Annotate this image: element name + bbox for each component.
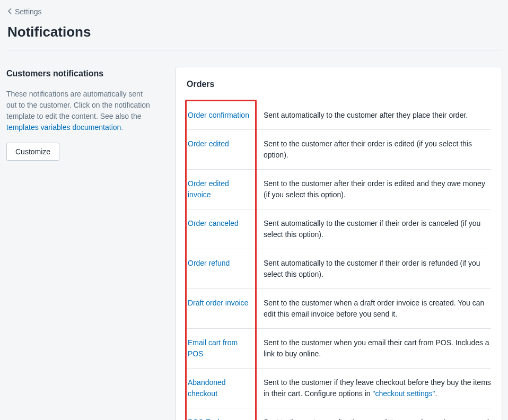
page-title: Notifications	[6, 22, 502, 42]
notification-description: Sent to the customer when a draft order …	[257, 298, 491, 320]
notification-row: POS Exchange ReceiptSent to the customer…	[187, 408, 491, 420]
notification-description: Sent to the customer if they leave check…	[257, 377, 491, 399]
notification-row: Order canceledSent automatically to the …	[187, 209, 491, 249]
notification-row: Abandoned checkoutSent to the customer i…	[187, 368, 491, 408]
card-heading: Orders	[187, 78, 491, 91]
notification-link[interactable]: Email cart from POS	[187, 337, 257, 360]
sidebar-desc-post: .	[121, 123, 123, 132]
notification-link[interactable]: Abandoned checkout	[187, 377, 257, 399]
notification-description: Sent to the customer after they complete…	[257, 417, 491, 420]
notification-description: Sent to the customer after their order i…	[257, 178, 491, 200]
notification-link[interactable]: Draft order invoice	[187, 298, 257, 309]
notification-row: Order confirmationSent automatically to …	[187, 101, 491, 129]
sidebar-desc-text: These notifications are automatically se…	[6, 90, 150, 120]
notification-row: Email cart from POSSent to the customer …	[187, 328, 491, 368]
customize-button[interactable]: Customize	[6, 143, 59, 161]
notification-row: Draft order invoiceSent to the customer …	[187, 288, 491, 328]
divider	[6, 50, 502, 50]
notification-description: Sent automatically to the customer after…	[257, 110, 491, 121]
notification-link[interactable]: POS Exchange Receipt	[187, 417, 257, 420]
notification-link[interactable]: Order edited invoice	[187, 178, 257, 200]
chevron-left-icon	[7, 6, 15, 18]
notification-description: Sent to the customer after their order i…	[257, 138, 491, 161]
notification-row: Order editedSent to the customer after t…	[187, 129, 491, 169]
notification-link[interactable]: Order confirmation	[187, 110, 257, 121]
notification-description: Sent automatically to the customer if th…	[257, 218, 491, 240]
notification-link[interactable]: Order canceled	[187, 218, 257, 229]
sidebar: Customers notifications These notificati…	[6, 67, 165, 161]
checkout-settings-link[interactable]: "checkout settings"	[372, 389, 435, 398]
notification-description: Sent automatically to the customer if th…	[257, 258, 491, 280]
notification-link[interactable]: Order refund	[187, 258, 257, 269]
notification-row: Order edited invoiceSent to the customer…	[187, 169, 491, 209]
breadcrumb-back[interactable]: Settings	[6, 6, 42, 18]
breadcrumb-label: Settings	[15, 6, 42, 18]
notification-desc-post: .	[435, 389, 437, 398]
notification-description: Sent to the customer when you email thei…	[257, 337, 491, 360]
sidebar-heading: Customers notifications	[6, 67, 155, 80]
sidebar-description: These notifications are automatically se…	[6, 89, 155, 133]
orders-card: Orders Order confirmationSent automatica…	[176, 67, 502, 420]
templates-variables-link[interactable]: templates variables documentation	[6, 123, 121, 132]
notification-row: Order refundSent automatically to the cu…	[187, 249, 491, 288]
notification-link[interactable]: Order edited	[187, 138, 257, 150]
